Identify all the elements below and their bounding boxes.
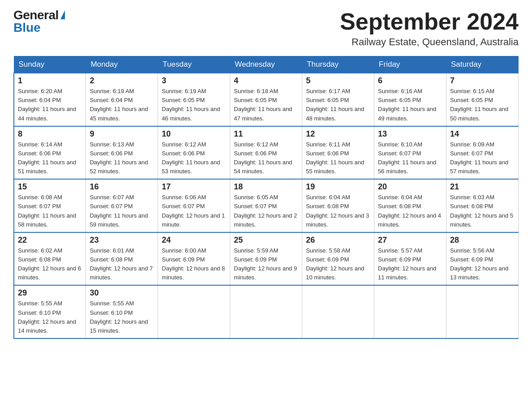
weekday-header-saturday: Saturday [446,56,519,73]
calendar-cell: 12 Sunrise: 6:11 AMSunset: 6:06 PMDaylig… [302,126,374,180]
day-number: 20 [378,182,442,192]
day-number: 13 [378,129,442,139]
weekday-header-tuesday: Tuesday [158,56,230,73]
calendar-cell: 20 Sunrise: 6:04 AMSunset: 6:08 PMDaylig… [374,179,446,232]
day-info: Sunrise: 6:07 AMSunset: 6:07 PMDaylight:… [90,194,148,227]
day-number: 19 [306,182,370,192]
calendar-cell: 30 Sunrise: 5:55 AMSunset: 6:10 PMDaylig… [86,285,158,338]
day-number: 9 [90,129,154,139]
day-info: Sunrise: 6:19 AMSunset: 6:04 PMDaylight:… [90,88,148,121]
calendar-cell: 25 Sunrise: 5:59 AMSunset: 6:09 PMDaylig… [230,232,302,286]
day-number: 5 [306,76,370,86]
calendar-cell: 29 Sunrise: 5:55 AMSunset: 6:10 PMDaylig… [14,285,86,338]
month-title: September 2024 [340,9,519,34]
day-number: 17 [162,182,226,192]
calendar-header: SundayMondayTuesdayWednesdayThursdayFrid… [14,56,519,73]
calendar-week-row: 8 Sunrise: 6:14 AMSunset: 6:06 PMDayligh… [14,126,519,180]
day-number: 26 [306,235,370,245]
day-number: 18 [234,182,298,192]
calendar-cell: 6 Sunrise: 6:16 AMSunset: 6:05 PMDayligh… [374,73,446,126]
weekday-header-friday: Friday [374,56,446,73]
calendar-week-row: 15 Sunrise: 6:08 AMSunset: 6:07 PMDaylig… [14,179,519,232]
weekday-header-monday: Monday [86,56,158,73]
day-number: 3 [162,76,226,86]
day-number: 30 [90,288,154,298]
day-number: 14 [450,129,515,139]
calendar-cell [446,285,519,338]
day-info: Sunrise: 6:05 AMSunset: 6:07 PMDaylight:… [234,194,297,227]
day-number: 6 [378,76,442,86]
day-number: 15 [18,182,82,192]
logo-blue-text: Blue [13,21,41,34]
day-number: 25 [234,235,298,245]
calendar-cell: 24 Sunrise: 6:00 AMSunset: 6:09 PMDaylig… [158,232,230,286]
weekday-header-thursday: Thursday [302,56,374,73]
calendar-cell: 3 Sunrise: 6:19 AMSunset: 6:05 PMDayligh… [158,73,230,126]
day-info: Sunrise: 6:19 AMSunset: 6:05 PMDaylight:… [162,88,220,121]
day-info: Sunrise: 5:56 AMSunset: 6:09 PMDaylight:… [450,247,508,281]
calendar-cell: 26 Sunrise: 5:58 AMSunset: 6:09 PMDaylig… [302,232,374,286]
calendar-week-row: 29 Sunrise: 5:55 AMSunset: 6:10 PMDaylig… [14,285,519,338]
calendar-cell: 14 Sunrise: 6:09 AMSunset: 6:07 PMDaylig… [446,126,519,180]
day-info: Sunrise: 6:15 AMSunset: 6:05 PMDaylight:… [450,88,508,121]
day-number: 24 [162,235,226,245]
day-info: Sunrise: 6:03 AMSunset: 6:08 PMDaylight:… [450,194,513,227]
calendar-cell [158,285,230,338]
day-info: Sunrise: 6:16 AMSunset: 6:05 PMDaylight:… [378,88,436,121]
header: General Blue September 2024 Railway Esta… [13,9,519,48]
calendar-cell: 8 Sunrise: 6:14 AMSunset: 6:06 PMDayligh… [14,126,86,180]
calendar-cell: 4 Sunrise: 6:18 AMSunset: 6:05 PMDayligh… [230,73,302,126]
calendar-cell: 1 Sunrise: 6:20 AMSunset: 6:04 PMDayligh… [14,73,86,126]
calendar-cell: 22 Sunrise: 6:02 AMSunset: 6:08 PMDaylig… [14,232,86,286]
calendar-table: SundayMondayTuesdayWednesdayThursdayFrid… [13,56,519,339]
calendar-cell: 11 Sunrise: 6:12 AMSunset: 6:06 PMDaylig… [230,126,302,180]
calendar-cell: 15 Sunrise: 6:08 AMSunset: 6:07 PMDaylig… [14,179,86,232]
day-info: Sunrise: 6:04 AMSunset: 6:08 PMDaylight:… [378,194,441,227]
day-info: Sunrise: 6:06 AMSunset: 6:07 PMDaylight:… [162,194,225,227]
day-number: 23 [90,235,154,245]
calendar-cell: 10 Sunrise: 6:12 AMSunset: 6:06 PMDaylig… [158,126,230,180]
day-info: Sunrise: 6:20 AMSunset: 6:04 PMDaylight:… [18,88,76,121]
day-number: 8 [18,129,82,139]
day-info: Sunrise: 6:12 AMSunset: 6:06 PMDaylight:… [234,141,292,175]
calendar-week-row: 22 Sunrise: 6:02 AMSunset: 6:08 PMDaylig… [14,232,519,286]
day-info: Sunrise: 6:14 AMSunset: 6:06 PMDaylight:… [18,141,76,175]
day-info: Sunrise: 5:57 AMSunset: 6:09 PMDaylight:… [378,247,436,281]
day-info: Sunrise: 6:09 AMSunset: 6:07 PMDaylight:… [450,141,508,175]
day-info: Sunrise: 6:11 AMSunset: 6:06 PMDaylight:… [306,141,364,175]
day-info: Sunrise: 5:59 AMSunset: 6:09 PMDaylight:… [234,247,297,281]
calendar-cell: 7 Sunrise: 6:15 AMSunset: 6:05 PMDayligh… [446,73,519,126]
calendar-cell [230,285,302,338]
day-info: Sunrise: 6:02 AMSunset: 6:08 PMDaylight:… [18,247,81,281]
day-number: 2 [90,76,154,86]
day-number: 11 [234,129,298,139]
title-area: September 2024 Railway Estate, Queenslan… [340,9,519,48]
day-number: 16 [90,182,154,192]
calendar-cell: 21 Sunrise: 6:03 AMSunset: 6:08 PMDaylig… [446,179,519,232]
day-number: 12 [306,129,370,139]
day-number: 27 [378,235,442,245]
day-info: Sunrise: 6:13 AMSunset: 6:06 PMDaylight:… [90,141,148,175]
calendar-body: 1 Sunrise: 6:20 AMSunset: 6:04 PMDayligh… [14,73,519,338]
calendar-cell: 5 Sunrise: 6:17 AMSunset: 6:05 PMDayligh… [302,73,374,126]
day-info: Sunrise: 5:55 AMSunset: 6:10 PMDaylight:… [18,300,76,334]
calendar-cell: 18 Sunrise: 6:05 AMSunset: 6:07 PMDaylig… [230,179,302,232]
logo: General Blue [13,9,65,34]
day-number: 28 [450,235,515,245]
day-number: 29 [18,288,82,298]
weekday-header-row: SundayMondayTuesdayWednesdayThursdayFrid… [14,56,519,73]
calendar-cell: 2 Sunrise: 6:19 AMSunset: 6:04 PMDayligh… [86,73,158,126]
calendar-cell: 28 Sunrise: 5:56 AMSunset: 6:09 PMDaylig… [446,232,519,286]
calendar-cell: 13 Sunrise: 6:10 AMSunset: 6:07 PMDaylig… [374,126,446,180]
logo-general-text: General [13,9,59,21]
day-number: 22 [18,235,82,245]
day-number: 21 [450,182,515,192]
calendar-week-row: 1 Sunrise: 6:20 AMSunset: 6:04 PMDayligh… [14,73,519,126]
day-number: 10 [162,129,226,139]
day-info: Sunrise: 6:12 AMSunset: 6:06 PMDaylight:… [162,141,220,175]
day-info: Sunrise: 6:04 AMSunset: 6:08 PMDaylight:… [306,194,369,227]
calendar-cell [302,285,374,338]
weekday-header-wednesday: Wednesday [230,56,302,73]
day-number: 4 [234,76,298,86]
day-info: Sunrise: 6:01 AMSunset: 6:08 PMDaylight:… [90,247,153,281]
